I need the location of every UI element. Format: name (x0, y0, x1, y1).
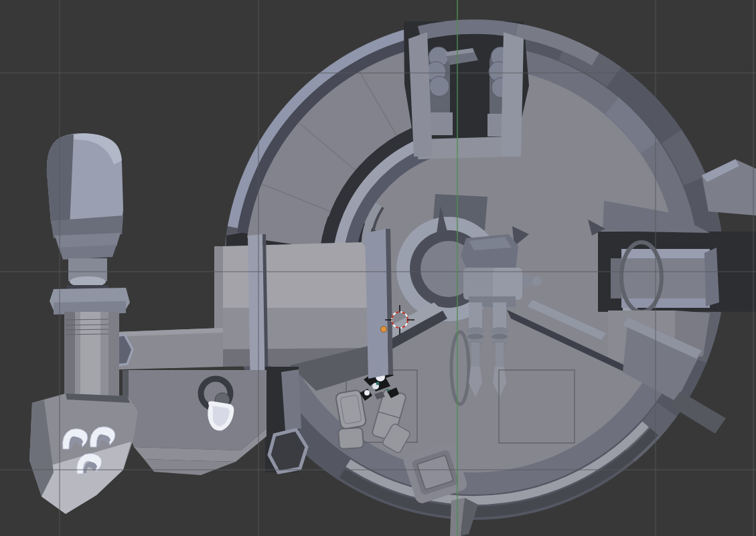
junction-flange (365, 229, 388, 379)
crate (338, 428, 364, 449)
hex-frame (269, 430, 307, 472)
leg-ring (492, 334, 508, 339)
tube-body (621, 254, 710, 302)
viewport-3d[interactable] (0, 0, 756, 536)
leg-upper (493, 302, 506, 331)
machine-body-light (493, 268, 522, 300)
droid-accent (386, 389, 389, 391)
leg-shaft (471, 343, 479, 369)
cylinder (429, 76, 449, 96)
leg-ring (467, 327, 484, 334)
object-origin-dot (381, 327, 387, 333)
machine-arm-left (453, 274, 465, 289)
tube-top-band (621, 249, 710, 258)
room-roof (123, 370, 267, 450)
leg-ring (491, 327, 508, 334)
tube-bottom-band (621, 298, 710, 308)
alcove-wall-right (501, 32, 524, 157)
machine-arm-nub (532, 276, 542, 286)
duct-top (223, 242, 376, 308)
leg-ring (467, 334, 483, 339)
leg-shaft (496, 343, 504, 369)
leg-upper (469, 302, 482, 331)
duct-flange-post (248, 234, 265, 393)
droid-accent (376, 382, 380, 385)
dome-dark-facet (47, 135, 74, 230)
droid-white-bit (364, 390, 370, 395)
